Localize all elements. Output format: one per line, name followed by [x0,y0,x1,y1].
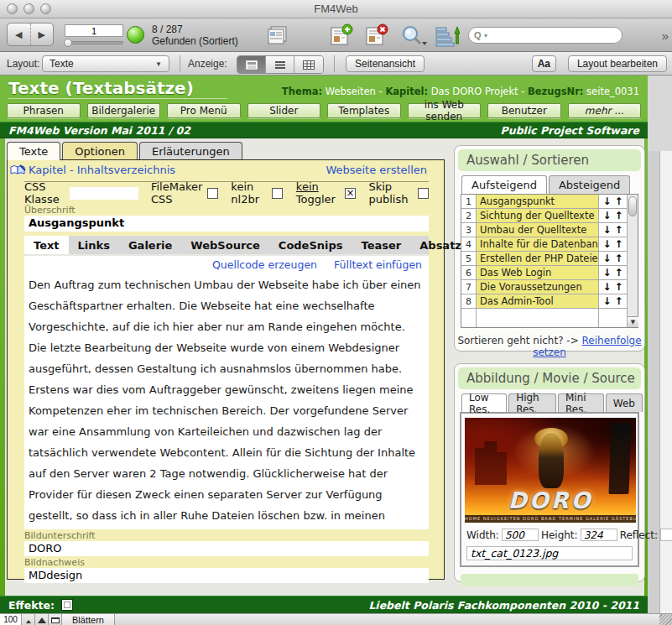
filemaker-css-checkbox[interactable] [207,188,218,199]
row-label[interactable]: Die Voraussetzungen [477,280,599,294]
width-input[interactable] [502,529,539,541]
create-website-link[interactable]: Webseite erstellen [326,164,427,176]
record-slider-thumb[interactable] [64,39,72,47]
tab-websource[interactable]: WebSource [181,236,268,254]
edit-layout-button[interactable]: Layout bearbeiten [568,55,667,72]
scrollbar-thumb[interactable] [628,196,637,216]
tab-optionen[interactable]: Optionen [62,142,138,160]
kapitel-link[interactable]: Kapitel - Inhaltsverzeichnis [29,164,175,176]
search-input[interactable] [491,29,621,41]
nav-button-pro-menue[interactable]: Pro Menü [167,103,241,118]
tab-codesnips[interactable]: CodeSnips [269,236,352,254]
move-up-icon[interactable]: ↑ [615,238,623,250]
next-record-button[interactable]: ▶ [31,23,54,45]
height-input[interactable] [581,529,617,541]
row-label[interactable]: Erstellen der PHP Dateien [477,252,599,265]
filename-input[interactable] [466,546,633,560]
tab-links[interactable]: Links [69,236,119,254]
resize-grip[interactable] [659,614,672,625]
nav-button-templates[interactable]: Templates [327,103,401,118]
caption-field[interactable]: DORO [24,541,429,556]
tab-teaser[interactable]: Teaser [352,236,411,254]
nav-button-phrasen[interactable]: Phrasen [7,103,81,118]
tab-mini-res[interactable]: Mini Res. [558,393,604,412]
move-down-icon[interactable]: ↓ [602,253,611,264]
quick-find-field[interactable]: Q ▼ [468,27,623,44]
toggle-statusbar-icon[interactable] [49,614,62,625]
layout-popup[interactable]: Texte ▼ [42,55,169,72]
mode-selector[interactable]: Blättern [62,614,115,625]
sort-icon[interactable] [435,23,460,50]
move-down-icon[interactable]: ↓ [602,195,611,207]
tab-galerie[interactable]: Galerie [119,236,181,254]
form-view-button[interactable] [237,56,266,73]
effects-checkbox[interactable] [61,599,73,611]
row-label[interactable]: Das Web Login [477,266,599,279]
zoom-out-icon[interactable] [22,614,35,625]
row-label[interactable]: Das Admin-Tool [477,294,599,308]
move-up-icon[interactable]: ↑ [615,195,623,207]
sort-hint: Sortieren geht nicht? -> Reihenfolge set… [455,335,644,358]
body-text-field[interactable]: Den Auftrag zum technischen Umbau der We… [24,273,429,529]
tab-erlaeuterungen[interactable]: Erläuterungen [139,142,242,160]
move-up-icon[interactable]: ↑ [615,253,623,264]
toolbar-overflow-icon[interactable]: » [662,29,669,43]
heading-field[interactable]: Ausgangspunkt [24,216,429,232]
sort-list-scrollbar[interactable]: ▼ [627,195,638,327]
vertical-scrollbar[interactable] [659,151,672,625]
reflect-input[interactable] [660,529,672,541]
new-record-icon[interactable] [329,23,354,49]
row-label[interactable]: Sichtung der Quelltexte [477,209,599,222]
nav-button-ins-web-senden[interactable]: ins Web senden [408,103,482,118]
find-icon[interactable] [399,24,428,49]
generate-sourcecode-link[interactable]: Quellcode erzeugen [212,258,317,271]
nav-button-slider[interactable]: Slider [247,103,321,118]
kein-toggler-checkbox[interactable]: × [345,188,356,199]
move-down-icon[interactable]: ↓ [602,281,611,293]
insert-fulltext-link[interactable]: Fülltext einfügen [334,258,422,271]
move-down-icon[interactable]: ↓ [602,295,611,307]
nav-button-mehr[interactable]: mehr ... [568,103,642,118]
image-credit-field[interactable]: MDdesign [24,568,429,583]
format-button[interactable]: Aa [532,55,556,72]
move-up-icon[interactable]: ↑ [615,267,623,279]
preview-button[interactable]: Seitenansicht [346,55,425,72]
tab-text[interactable]: Text [24,236,69,254]
tab-web[interactable]: Web [606,393,643,412]
table-view-button[interactable] [294,56,323,73]
move-down-icon[interactable]: ↓ [602,224,611,236]
move-up-icon[interactable]: ↑ [615,295,623,307]
tab-absteigend[interactable]: Absteigend [549,175,630,194]
row-label[interactable]: Umbau der Quelltexte [477,223,599,237]
search-dropdown-icon[interactable]: ▼ [483,33,489,39]
move-down-icon[interactable]: ↓ [602,210,611,221]
previous-record-button[interactable]: ◀ [8,23,31,45]
record-slider[interactable] [65,41,123,44]
move-up-icon[interactable]: ↑ [615,281,623,293]
tab-low-res[interactable]: Low Res. [461,393,507,412]
move-up-icon[interactable]: ↑ [615,210,623,221]
move-down-icon[interactable]: ↓ [602,267,611,279]
skip-publish-checkbox[interactable] [418,188,429,199]
current-record-input[interactable] [65,24,123,37]
zoom-in-icon[interactable] [35,614,49,625]
css-class-input[interactable] [70,187,138,200]
row-index: 6 [461,266,477,279]
tab-high-res[interactable]: High Res. [508,393,556,412]
move-up-icon[interactable]: ↑ [615,224,623,236]
show-all-icon[interactable] [267,25,289,48]
kein-nl2br-checkbox[interactable] [272,188,283,199]
zoom-level-box[interactable]: 100 [0,614,22,625]
doro-image[interactable]: DORO HOME NEUIGKEITEN DORO BAND TERMINE … [465,418,636,523]
list-view-button[interactable] [266,56,294,73]
row-label[interactable]: Inhalte für die Datenbank [477,237,599,251]
delete-record-icon[interactable] [364,23,389,49]
kein-toggler-label: kein Toggler [296,180,341,206]
scroll-down-icon[interactable]: ▼ [628,316,638,327]
move-down-icon[interactable]: ↓ [602,238,611,250]
nav-button-bildergalerie[interactable]: Bildergalerie [87,103,161,118]
tab-aufsteigend[interactable]: Aufsteigend [461,175,547,194]
tab-texte[interactable]: Texte [7,142,60,160]
nav-button-benutzer[interactable]: Benutzer [487,103,561,118]
row-label[interactable]: Ausgangspunkt [477,195,599,208]
